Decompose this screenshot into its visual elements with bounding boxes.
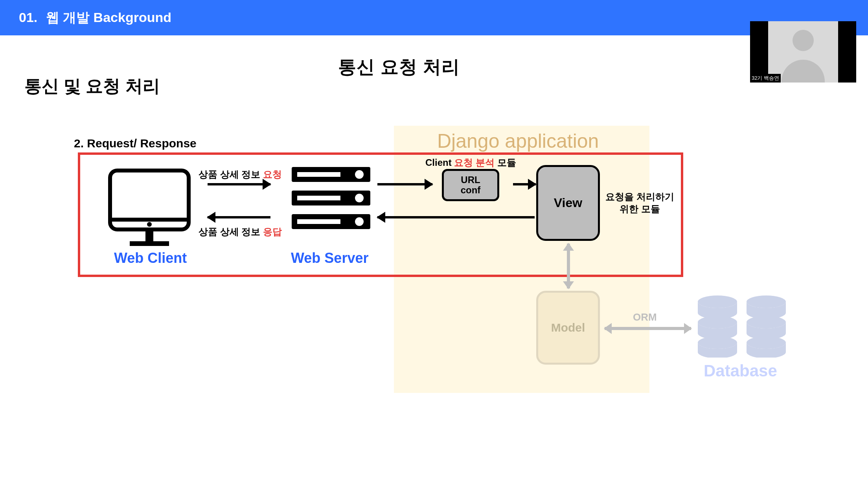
svg-point-18	[747, 316, 786, 328]
arrow-request	[208, 183, 270, 185]
svg-rect-12	[297, 219, 340, 224]
slide-header: 01. 웹 개발 Background	[0, 0, 868, 35]
svg-rect-6	[297, 172, 340, 177]
svg-point-13	[355, 217, 364, 226]
arrow-view-to-server	[377, 216, 535, 218]
svg-point-7	[355, 170, 364, 179]
arrow-server-to-urlconf	[377, 183, 432, 185]
header-number: 01.	[19, 10, 37, 25]
svg-point-2	[147, 222, 152, 227]
view-description: 요청을 처리하기 위한 모듈	[605, 191, 674, 215]
arrow-response	[208, 216, 270, 218]
arrow-view-model	[567, 244, 570, 288]
url-conf-box: URL conf	[442, 169, 499, 201]
web-server-icon	[292, 167, 370, 235]
svg-point-15	[698, 316, 737, 328]
webcam-name-tag: 32기 백승연	[750, 74, 781, 83]
svg-rect-9	[297, 196, 340, 200]
web-client-icon	[106, 167, 193, 251]
section-label: 2. Request/ Response	[74, 137, 197, 150]
svg-point-14	[698, 295, 737, 308]
response-label: 상품 상세 정보 응답	[199, 226, 282, 238]
svg-rect-4	[130, 241, 169, 246]
web-client-label: Web Client	[114, 250, 187, 266]
orm-label: ORM	[633, 311, 657, 323]
svg-point-17	[747, 295, 786, 308]
client-analysis-label: Client 요청 분석 모듈	[425, 156, 516, 169]
svg-rect-3	[145, 230, 153, 241]
database-label: Database	[704, 361, 777, 380]
arrow-model-database	[605, 327, 691, 330]
arrow-urlconf-to-view	[513, 183, 536, 185]
django-application-label: Django application	[437, 130, 599, 152]
avatar-body-icon	[782, 60, 825, 83]
view-box: View	[536, 165, 600, 241]
svg-point-16	[698, 336, 737, 349]
webcam-video	[768, 21, 838, 83]
main-title: 통신 요청 처리	[338, 55, 460, 79]
svg-point-10	[355, 194, 364, 202]
svg-point-19	[747, 336, 786, 349]
header-title: 웹 개발 Background	[46, 10, 171, 25]
model-box: Model	[536, 291, 600, 365]
sub-title: 통신 및 요청 처리	[24, 75, 160, 98]
webcam-overlay: 32기 백승연	[750, 21, 856, 83]
database-icon	[696, 295, 788, 358]
avatar-head-icon	[793, 30, 814, 51]
web-server-label: Web Server	[291, 250, 368, 266]
